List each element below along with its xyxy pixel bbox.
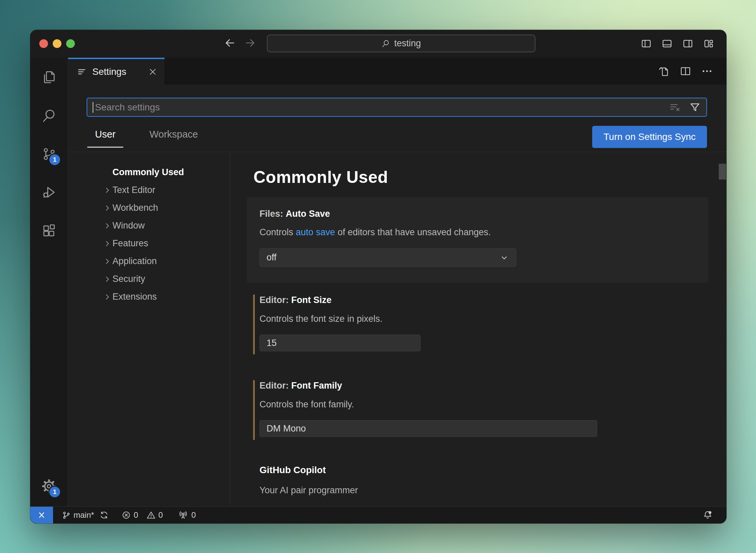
more-actions-icon[interactable]	[701, 65, 713, 77]
source-control-icon[interactable]: 1	[41, 146, 57, 162]
extension-section-copilot: GitHub Copilot Your AI pair programmer	[259, 465, 358, 496]
sync-status-item[interactable]	[99, 510, 109, 520]
command-center-query: testing	[394, 38, 421, 49]
error-icon	[122, 510, 131, 520]
toggle-panel-icon[interactable]	[661, 38, 673, 49]
toggle-primary-sidebar-icon[interactable]	[641, 38, 652, 49]
toc-item-extensions[interactable]: Extensions	[68, 288, 230, 306]
settings-scope-tabs: User Workspace	[87, 129, 206, 148]
scope-tab-user[interactable]: User	[87, 129, 123, 148]
copilot-title: GitHub Copilot	[259, 465, 358, 475]
radio-tower-icon	[178, 510, 188, 520]
ports-count: 0	[191, 510, 196, 520]
filter-settings-icon[interactable]	[689, 101, 701, 113]
setting-title: Editor: Font Family	[259, 381, 708, 390]
setting-files-auto-save: Files: Auto Save Controls auto save of e…	[247, 197, 708, 283]
toc-item-workbench[interactable]: Workbench	[68, 199, 230, 217]
toc-item-window[interactable]: Window	[68, 217, 230, 235]
scope-tab-workspace[interactable]: Workspace	[142, 129, 206, 148]
chevron-right-icon	[103, 275, 112, 284]
turn-on-settings-sync-button[interactable]: Turn on Settings Sync	[592, 126, 707, 148]
ports-status-item[interactable]: 0	[178, 510, 196, 520]
git-branch-icon	[62, 511, 71, 520]
toc-item-features[interactable]: Features	[68, 235, 230, 252]
editor-tab-bar: Settings	[68, 58, 726, 85]
settings-search-box	[87, 98, 707, 117]
setting-description: Controls the font family.	[259, 400, 708, 409]
run-debug-icon[interactable]	[41, 185, 57, 200]
toc-item-commonly-used[interactable]: Commonly Used	[68, 163, 230, 181]
extensions-icon[interactable]	[41, 223, 57, 238]
chevron-right-icon	[103, 186, 112, 195]
title-bar: testing	[30, 30, 726, 58]
tab-label: Settings	[92, 66, 126, 77]
back-icon[interactable]	[224, 37, 236, 49]
customize-layout-icon[interactable]	[703, 38, 714, 49]
forward-icon[interactable]	[244, 37, 256, 49]
chevron-right-icon	[103, 204, 112, 212]
search-sidebar-icon[interactable]	[41, 108, 57, 123]
manage-gear-icon[interactable]: 1	[41, 479, 57, 494]
notifications-bell-icon[interactable]	[702, 510, 713, 520]
auto-save-link[interactable]: auto save	[296, 227, 335, 237]
zoom-window-button[interactable]	[66, 39, 75, 48]
error-count: 0	[133, 510, 139, 520]
warning-icon	[146, 510, 156, 520]
status-bar: main* 0 0 0	[30, 506, 726, 523]
warning-count: 0	[158, 510, 163, 520]
toggle-secondary-sidebar-icon[interactable]	[682, 38, 694, 49]
copilot-subtitle: Your AI pair programmer	[259, 485, 358, 496]
settings-editor: User Workspace Turn on Settings Sync Com…	[68, 85, 726, 506]
text-caret	[93, 102, 93, 113]
settings-list: Commonly Used Files: Auto Save Controls …	[230, 152, 726, 506]
remote-indicator[interactable]	[30, 507, 53, 523]
scm-badge: 1	[49, 154, 60, 165]
settings-search-input[interactable]	[95, 102, 665, 113]
chevron-right-icon	[103, 293, 112, 301]
chevron-right-icon	[103, 257, 112, 266]
auto-save-select[interactable]: off	[259, 248, 516, 267]
setting-title: Editor: Font Size	[259, 295, 708, 305]
tab-settings[interactable]: Settings	[68, 58, 164, 85]
close-window-button[interactable]	[39, 39, 48, 48]
auto-save-select-value: off	[267, 252, 277, 263]
setting-editor-font-size: Editor: Font Size Controls the font size…	[247, 295, 708, 354]
setting-title: Files: Auto Save	[259, 209, 708, 218]
command-center-search[interactable]: testing	[267, 35, 535, 52]
vscode-window: testing	[30, 30, 726, 523]
settings-toc: Commonly Used Text Editor Workbench	[68, 152, 230, 506]
activity-bar: 1 1	[30, 58, 68, 506]
explorer-icon[interactable]	[41, 70, 57, 85]
split-editor-icon[interactable]	[679, 65, 692, 77]
setting-editor-font-family: Editor: Font Family Controls the font fa…	[247, 380, 708, 440]
chevron-right-icon	[103, 239, 112, 248]
close-tab-icon[interactable]	[148, 67, 157, 76]
branch-name: main*	[74, 510, 94, 520]
problems-status-item[interactable]: 0 0	[122, 510, 163, 520]
settings-editor-icon	[77, 67, 87, 77]
setting-description: Controls the font size in pixels.	[259, 314, 708, 323]
toc-item-security[interactable]: Security	[68, 270, 230, 288]
open-settings-json-icon[interactable]	[658, 65, 670, 77]
settings-section-heading: Commonly Used	[253, 167, 388, 187]
chevron-down-icon	[499, 253, 509, 263]
setting-description: Controls auto save of editors that have …	[259, 228, 708, 237]
window-controls	[39, 39, 75, 48]
clear-settings-search-icon[interactable]	[669, 101, 681, 113]
toc-item-application[interactable]: Application	[68, 252, 230, 270]
gear-badge: 1	[49, 487, 60, 497]
font-size-input[interactable]	[259, 335, 421, 351]
font-family-input[interactable]	[259, 420, 597, 437]
search-icon	[381, 39, 390, 48]
toc-item-text-editor[interactable]: Text Editor	[68, 181, 230, 199]
branch-status-item[interactable]: main*	[62, 510, 94, 520]
minimize-window-button[interactable]	[53, 39, 61, 48]
chevron-right-icon	[103, 221, 112, 230]
scrollbar-thumb[interactable]	[719, 164, 726, 180]
